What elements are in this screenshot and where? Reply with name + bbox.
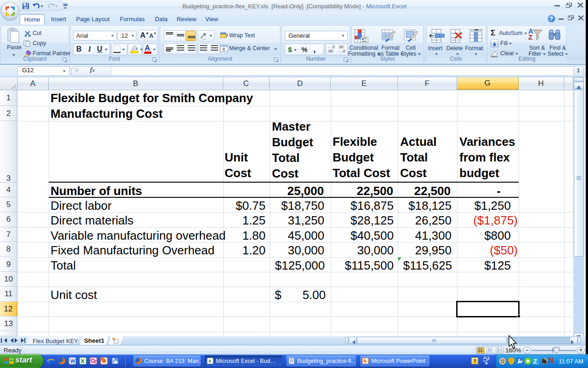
svg-text:Z: Z — [533, 358, 537, 365]
svg-text:X: X — [209, 358, 212, 363]
svg-text:W: W — [70, 358, 75, 364]
svg-text:X: X — [81, 358, 85, 364]
svg-text:a: a — [222, 46, 225, 52]
svg-text:e: e — [48, 357, 51, 365]
